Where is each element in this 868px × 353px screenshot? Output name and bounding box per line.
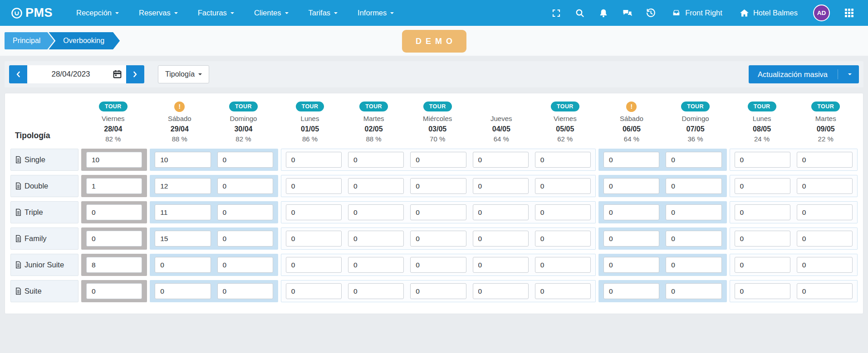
cell-input-triple-04-05[interactable] [473,204,529,220]
cell-input-family-07-05[interactable] [666,231,721,247]
cell-input-double-01-05[interactable] [286,178,342,194]
cell-input-junior-suite-02-05[interactable] [348,257,404,273]
cell-input-family-01-05[interactable] [286,231,342,247]
table-cell [662,282,725,300]
cell-input-single-04-05[interactable] [473,152,529,168]
cell-input-triple-08-05[interactable] [735,204,790,220]
cell-input-junior-suite-29-04[interactable] [155,257,211,273]
fullscreen-icon[interactable] [547,4,565,22]
cell-input-family-03-05[interactable] [410,231,466,247]
cell-input-single-29-04[interactable] [155,152,211,168]
cell-input-double-02-05[interactable] [348,178,404,194]
cell-input-junior-suite-07-05[interactable] [666,257,721,273]
cell-input-double-09-05[interactable] [797,178,853,194]
cell-input-triple-05-05[interactable] [535,204,591,220]
cell-input-suite-28-04[interactable] [86,283,142,299]
cell-input-single-06-05[interactable] [603,152,659,168]
cell-input-junior-suite-04-05[interactable] [473,257,529,273]
previous-day-button[interactable] [9,65,27,83]
cell-input-double-29-04[interactable] [155,178,211,194]
cell-input-suite-06-05[interactable] [603,283,659,299]
cell-input-junior-suite-03-05[interactable] [410,257,466,273]
cell-input-suite-01-05[interactable] [286,283,342,299]
apps-grid-icon[interactable] [840,4,858,22]
cell-input-triple-02-05[interactable] [348,204,404,220]
cell-input-family-29-04[interactable] [155,231,211,247]
cell-input-family-04-05[interactable] [473,231,529,247]
nav-menu-informes[interactable]: Informes [349,4,402,22]
cell-input-double-03-05[interactable] [410,178,466,194]
nav-menu-clientes[interactable]: Clientes [246,4,297,22]
nav-menu-tarifas[interactable]: Tarifas [300,4,346,22]
breadcrumb-overbooking[interactable]: Overbooking [49,32,120,49]
cell-input-double-06-05[interactable] [603,178,659,194]
cell-input-suite-05-05[interactable] [535,283,591,299]
cell-input-suite-30-04[interactable] [217,283,273,299]
notifications-icon[interactable] [594,4,613,22]
cell-input-suite-04-05[interactable] [473,283,529,299]
mailbox-label: Front Right [685,9,722,17]
cell-input-suite-02-05[interactable] [348,283,404,299]
calendar-icon[interactable] [113,69,122,79]
typology-dropdown[interactable]: Tipología [158,65,209,83]
cell-input-single-03-05[interactable] [410,152,466,168]
cell-input-triple-07-05[interactable] [666,204,721,220]
cell-input-family-09-05[interactable] [797,231,853,247]
cell-input-double-28-04[interactable] [86,178,142,194]
cell-input-junior-suite-09-05[interactable] [797,257,853,273]
cell-input-suite-03-05[interactable] [410,283,466,299]
table-cell [214,177,276,195]
cell-input-single-08-05[interactable] [735,152,790,168]
breadcrumb-principal[interactable]: Principal [5,32,54,49]
date-input[interactable] [27,65,126,83]
cell-input-junior-suite-05-05[interactable] [535,257,591,273]
cell-input-suite-29-04[interactable] [155,283,211,299]
cell-input-junior-suite-06-05[interactable] [603,257,659,273]
cell-input-single-09-05[interactable] [797,152,853,168]
cell-input-suite-09-05[interactable] [797,283,853,299]
cell-input-triple-06-05[interactable] [603,204,659,220]
next-day-button[interactable] [126,65,144,83]
cell-input-junior-suite-30-04[interactable] [217,257,273,273]
cell-input-family-08-05[interactable] [735,231,790,247]
cell-input-single-07-05[interactable] [666,152,721,168]
cell-input-family-05-05[interactable] [535,231,591,247]
cell-input-single-01-05[interactable] [286,152,342,168]
cell-input-single-05-05[interactable] [535,152,591,168]
cell-input-triple-29-04[interactable] [155,204,211,220]
mass-update-button[interactable]: Actualización masiva [749,65,859,83]
nav-menu-recepcion[interactable]: Recepción [68,4,127,22]
cell-input-suite-08-05[interactable] [735,283,790,299]
table-cell [407,177,469,195]
cell-input-single-02-05[interactable] [348,152,404,168]
nav-menu-reservas[interactable]: Reservas [131,4,186,22]
cell-input-triple-28-04[interactable] [86,204,142,220]
cell-input-junior-suite-01-05[interactable] [286,257,342,273]
cell-input-triple-30-04[interactable] [217,204,273,220]
cell-input-triple-03-05[interactable] [410,204,466,220]
cell-input-double-04-05[interactable] [473,178,529,194]
cell-input-family-02-05[interactable] [348,231,404,247]
history-icon[interactable] [642,4,660,22]
cell-input-single-28-04[interactable] [86,152,142,168]
cell-input-double-05-05[interactable] [535,178,591,194]
cell-input-single-30-04[interactable] [217,152,273,168]
mailbox-link[interactable]: Front Right [666,8,728,18]
cell-input-junior-suite-28-04[interactable] [86,257,142,273]
cell-input-triple-01-05[interactable] [286,204,342,220]
nav-menu-facturas[interactable]: Facturas [190,4,242,22]
user-avatar[interactable]: AD [813,5,830,21]
search-icon[interactable] [571,4,589,22]
messages-icon[interactable] [618,4,636,22]
cell-input-junior-suite-08-05[interactable] [735,257,790,273]
cell-input-family-30-04[interactable] [217,231,273,247]
cell-input-triple-09-05[interactable] [797,204,853,220]
cell-input-family-28-04[interactable] [86,231,142,247]
cell-input-double-07-05[interactable] [666,178,721,194]
cell-input-suite-07-05[interactable] [666,283,721,299]
hotel-link[interactable]: Hotel Balmes [734,8,803,18]
cell-input-double-30-04[interactable] [217,178,273,194]
app-logo[interactable]: PMS [11,6,53,20]
cell-input-family-06-05[interactable] [603,231,659,247]
cell-input-double-08-05[interactable] [735,178,790,194]
